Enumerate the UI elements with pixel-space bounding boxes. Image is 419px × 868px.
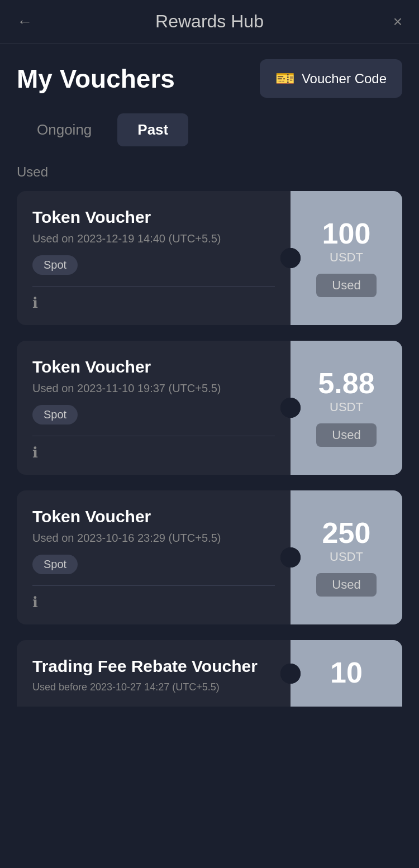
card-title: Token Voucher bbox=[32, 208, 275, 227]
card-left-partial: Trading Fee Rebate Voucher Used before 2… bbox=[17, 640, 291, 707]
voucher-card: Token Voucher Used on 2023-11-10 19:37 (… bbox=[17, 341, 402, 475]
voucher-card-partial: Trading Fee Rebate Voucher Used before 2… bbox=[17, 640, 402, 707]
voucher-code-label: Voucher Code bbox=[302, 71, 387, 87]
card-date: Used on 2023-11-10 19:37 (UTC+5.5) bbox=[32, 382, 275, 395]
card-currency: USDT bbox=[330, 550, 363, 564]
tab-ongoing[interactable]: Ongoing bbox=[17, 113, 112, 146]
card-title: Token Voucher bbox=[32, 507, 275, 526]
voucher-code-button[interactable]: 🎫 Voucher Code bbox=[260, 59, 402, 98]
header: ← Rewards Hub × bbox=[0, 0, 419, 44]
card-amount: 250 bbox=[322, 518, 371, 547]
info-icon[interactable]: ℹ bbox=[32, 294, 38, 311]
status-badge: Used bbox=[316, 423, 376, 447]
card-title: Token Voucher bbox=[32, 357, 275, 376]
card-right: 5.88 USDT Used bbox=[291, 341, 402, 475]
card-amount: 5.88 bbox=[318, 369, 374, 398]
card-tag: Spot bbox=[32, 255, 78, 275]
voucher-icon: 🎫 bbox=[275, 69, 295, 88]
header-title: Rewards Hub bbox=[39, 11, 380, 32]
section-label: Used bbox=[17, 164, 402, 180]
card-left: Token Voucher Used on 2023-10-16 23:29 (… bbox=[17, 490, 291, 624]
card-divider bbox=[32, 436, 275, 436]
card-divider bbox=[32, 286, 275, 287]
card-currency: USDT bbox=[330, 250, 363, 265]
card-title: Trading Fee Rebate Voucher bbox=[32, 657, 275, 676]
card-right: 100 USDT Used bbox=[291, 191, 402, 325]
tab-past[interactable]: Past bbox=[117, 113, 188, 146]
info-icon[interactable]: ℹ bbox=[32, 594, 38, 611]
card-right: 250 USDT Used bbox=[291, 490, 402, 624]
card-date: Used on 2023-10-16 23:29 (UTC+5.5) bbox=[32, 532, 275, 545]
card-divider bbox=[32, 585, 275, 586]
card-right-partial: 10 bbox=[291, 640, 402, 707]
card-tag: Spot bbox=[32, 555, 78, 574]
tabs: Ongoing Past bbox=[17, 113, 402, 146]
main-content: My Vouchers 🎫 Voucher Code Ongoing Past … bbox=[0, 44, 419, 722]
voucher-card: Token Voucher Used on 2023-10-16 23:29 (… bbox=[17, 490, 402, 624]
page-title: My Vouchers bbox=[17, 64, 175, 94]
card-amount: 100 bbox=[322, 219, 371, 248]
card-currency: USDT bbox=[330, 400, 363, 414]
vouchers-header: My Vouchers 🎫 Voucher Code bbox=[17, 59, 402, 98]
status-badge: Used bbox=[316, 573, 376, 597]
card-tag: Spot bbox=[32, 405, 78, 425]
card-left: Token Voucher Used on 2023-11-10 19:37 (… bbox=[17, 341, 291, 475]
card-date: Used on 2023-12-19 14:40 (UTC+5.5) bbox=[32, 232, 275, 245]
info-icon[interactable]: ℹ bbox=[32, 444, 38, 461]
card-left: Token Voucher Used on 2023-12-19 14:40 (… bbox=[17, 191, 291, 325]
card-date-partial: Used before 2023-10-27 14:27 (UTC+5.5) bbox=[32, 681, 275, 693]
status-badge: Used bbox=[316, 274, 376, 297]
close-button[interactable]: × bbox=[380, 13, 402, 31]
voucher-card: Token Voucher Used on 2023-12-19 14:40 (… bbox=[17, 191, 402, 325]
back-button[interactable]: ← bbox=[17, 13, 39, 31]
card-amount-partial: 10 bbox=[330, 658, 363, 687]
